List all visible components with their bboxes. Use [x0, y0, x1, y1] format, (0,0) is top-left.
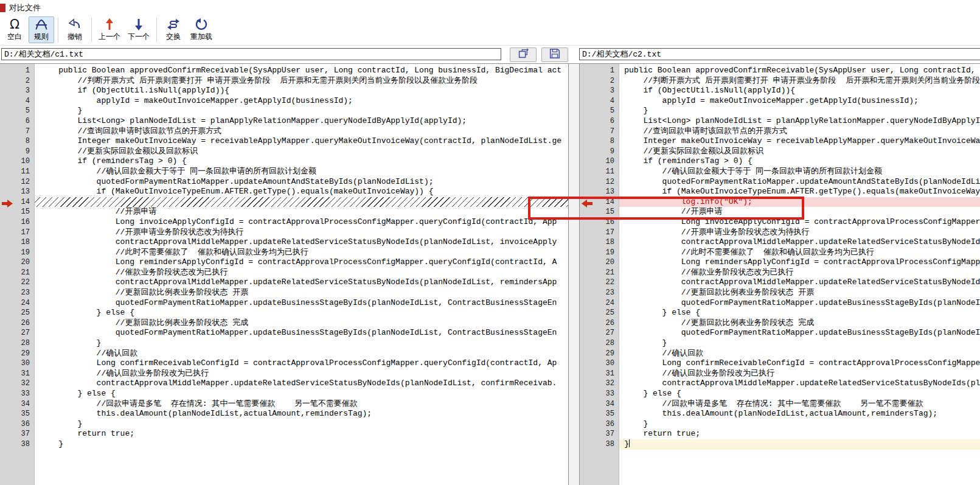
code-line: contractApprovalMiddleMapper.updateRelat…: [619, 237, 980, 248]
line-number: 4: [0, 96, 34, 106]
right-code-area[interactable]: public Boolean approvedConfirmReceivable…: [619, 64, 980, 485]
code-line: this.dealAmount(planNodeIdList,actualAmo…: [35, 409, 568, 419]
code-line-text: List<Long> planNodeIdList = planApplyRel…: [40, 116, 467, 125]
line-number: 5: [580, 106, 619, 116]
next-diff-button[interactable]: 下一个: [125, 16, 153, 43]
line-number: 32: [0, 379, 34, 389]
copy-to-pane-button[interactable]: [510, 47, 537, 62]
line-number: 24: [580, 298, 619, 309]
line-number: 6: [0, 116, 34, 127]
code-line-text: //判断开票方式 后开票则需要打开 申请开票业务阶段 后开票和无需开票则关闭当前…: [619, 76, 980, 86]
undo-button[interactable]: 撤销: [62, 16, 88, 43]
code-line: }: [619, 338, 980, 349]
reload-icon: [195, 18, 208, 31]
code-line: quotedFormPaymentRatioMapper.updateBusin…: [35, 298, 568, 309]
line-number: 15: [0, 207, 34, 217]
code-line-text: Long remindersApplyConfigId = contractAp…: [40, 257, 557, 267]
line-number: 23: [0, 288, 34, 298]
swap-icon: [167, 18, 180, 31]
code-line-text: //开票申请: [619, 207, 722, 217]
code-line-text: //回款申请是多笔 存在情况: 其中一笔需要催款 另一笔不需要催款: [619, 399, 923, 410]
line-number: 22: [0, 277, 34, 288]
line-number: 3: [0, 86, 34, 96]
code-line-text: //查询回款申请时该回款节点的开票方式: [619, 127, 787, 137]
code-line-text: if (ObjectUtil.isNull(applyId)){: [40, 86, 229, 95]
code-line-text: //查询回款申请时该回款节点的开票方式: [40, 127, 221, 136]
line-number: 29: [0, 349, 34, 359]
arrow-down-icon: [132, 18, 145, 31]
code-line-text: contractApprovalMiddleMapper.updateRelat…: [619, 237, 980, 248]
path-row: [0, 47, 980, 63]
code-line: //催款业务阶段状态改为已执行: [35, 268, 568, 278]
line-number: 37: [0, 429, 34, 439]
code-line-text: }: [40, 338, 101, 347]
line-number: 12: [580, 177, 619, 187]
code-line-text: } else {: [619, 308, 700, 318]
rules-button[interactable]: 规则: [29, 16, 54, 43]
code-line: Long confirmReceivableConfigId = contrac…: [619, 358, 980, 369]
line-number: 11: [0, 167, 34, 177]
line-number: 28: [0, 338, 34, 349]
line-number: 35: [580, 409, 619, 419]
line-number: 5: [0, 106, 34, 116]
toolbar-separator: [156, 18, 157, 43]
code-line-text: //此时不需要催款了 催款和确认回款业务均为已执行: [40, 248, 308, 257]
blank-button[interactable]: Ω 空白: [2, 16, 27, 43]
code-line-text: Long invoiceApplyConfigId = contractAppr…: [40, 217, 557, 226]
line-number: 33: [580, 389, 619, 399]
code-line: }: [35, 106, 568, 116]
right-code-panel[interactable]: 1234567891011121314151617181920212223242…: [579, 64, 980, 485]
code-line: quotedFormPaymentRatioMapper.updateBusin…: [619, 298, 980, 309]
line-number: 13: [0, 187, 34, 197]
code-line: this.dealAmount(planNodeIdList,actualAmo…: [619, 409, 980, 419]
code-line-text: //催款业务阶段状态改为已执行: [40, 268, 228, 277]
line-number: 2: [0, 76, 34, 86]
line-number: 30: [580, 358, 619, 369]
pane-divider: [569, 64, 579, 485]
code-line-text: contractApprovalMiddleMapper.updateRelat…: [40, 379, 557, 388]
code-line: applyId = makeOutInvoiceMapper.getApplyI…: [619, 96, 980, 106]
line-number: 29: [580, 349, 619, 359]
code-line: if (remindersTag > 0) {: [619, 156, 980, 167]
code-line: applyId = makeOutInvoiceMapper.getApplyI…: [35, 96, 568, 106]
code-line-text: //确认回款: [40, 349, 137, 358]
reload-button[interactable]: 重加载: [187, 16, 215, 43]
code-line: }: [35, 439, 568, 450]
line-number: 3: [580, 86, 619, 96]
code-line-text: //更新回款比例表业务阶段状态 开票: [40, 288, 248, 297]
titlebar: 对比文件: [0, 0, 980, 15]
line-number: 32: [580, 379, 619, 389]
code-line-text: //确认回款金额大于等于 同一条回款申请的所有回款计划金额: [40, 167, 316, 176]
code-line: return true;: [35, 429, 568, 439]
previous-diff-button[interactable]: 上一个: [96, 16, 123, 43]
line-number: 16: [0, 217, 34, 228]
code-line-text: Long confirmReceivableConfigId = contrac…: [619, 358, 980, 369]
compare-area: 1234567891011121314151617181920212223242…: [0, 63, 980, 485]
code-line-text: }: [40, 106, 82, 115]
code-line: //确认回款金额大于等于 同一条回款申请的所有回款计划金额: [619, 167, 980, 177]
left-file-path-input[interactable]: [1, 48, 501, 60]
right-file-path-input[interactable]: [579, 48, 980, 60]
code-line-text: //确认回款业务阶段改为已执行: [40, 369, 209, 378]
code-line-text: this.dealAmount(planNodeIdList,actualAmo…: [619, 409, 937, 419]
code-line-text: //判断开票方式 后开票则需要打开 申请开票业务阶段 后开票和无需开票则关闭当前…: [40, 76, 478, 85]
code-line: } else {: [619, 308, 980, 318]
save-button[interactable]: [541, 47, 568, 62]
line-number: 19: [0, 248, 34, 258]
swap-button[interactable]: 交换: [161, 16, 186, 43]
code-line: quotedFormPaymentRatioMapper.updateBusin…: [35, 328, 568, 338]
code-line-text: //更新回款比例表业务阶段状态 完成: [619, 318, 814, 329]
line-number: 20: [580, 257, 619, 268]
left-code-panel[interactable]: 1234567891011121314151617181920212223242…: [0, 64, 569, 485]
code-line: }: [35, 419, 568, 430]
left-code-area[interactable]: public Boolean approvedConfirmReceivable…: [35, 64, 568, 485]
code-line: //判断开票方式 后开票则需要打开 申请开票业务阶段 后开票和无需开票则关闭当前…: [619, 76, 980, 86]
code-line: contractApprovalMiddleMapper.updateRelat…: [619, 379, 980, 389]
code-line: Integer makeOutInvoiceWay = receivableAp…: [619, 136, 980, 147]
compare-files-window: 对比文件 Ω 空白 规则 撤销 上一个: [0, 0, 980, 485]
code-line: //开票申请: [619, 207, 980, 217]
arrow-right-icon[interactable]: [2, 199, 13, 207]
line-number: 24: [0, 298, 34, 309]
code-line: List<Long> planNodeIdList = planApplyRel…: [619, 116, 980, 127]
arrow-left-icon[interactable]: [582, 199, 593, 207]
